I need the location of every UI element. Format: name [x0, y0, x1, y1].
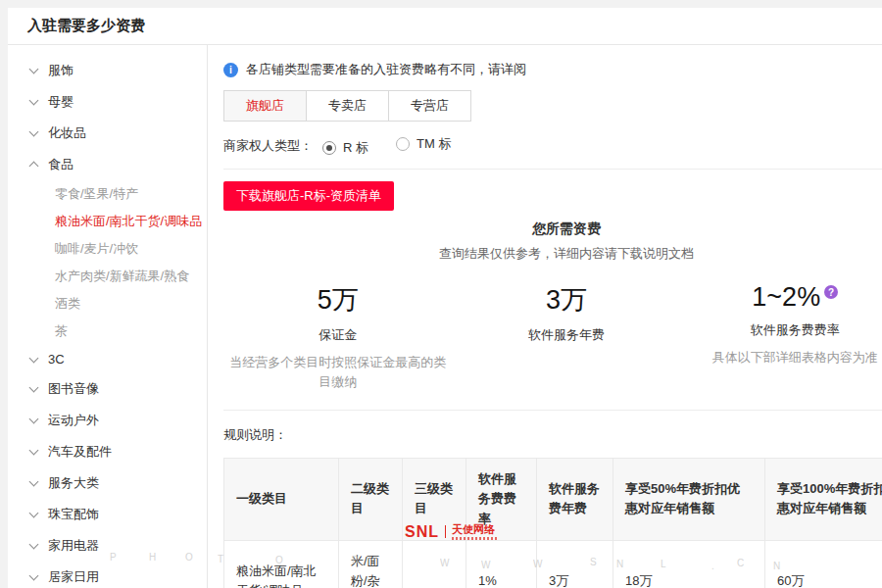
body-row: 服饰母婴化妆品食品零食/坚果/特产粮油米面/南北干货/调味品咖啡/麦片/冲饮水产… — [8, 45, 882, 588]
store-type-tabs: 旗舰店专卖店专营店 — [223, 90, 471, 122]
radio-icon — [322, 141, 336, 155]
watermark-letter: H — [149, 552, 156, 563]
radio-label: R 标 — [343, 139, 368, 157]
fee-value: 1~2% — [752, 282, 820, 313]
watermark-logo: SNL 天使网络 — [405, 524, 497, 540]
sidebar-item-服务大类[interactable]: 服务大类 — [8, 467, 207, 499]
chevron-down-icon — [29, 66, 39, 75]
divider — [223, 410, 882, 411]
watermark-logo-text: SNL — [405, 524, 439, 540]
sidebar-item-label: 化妆品 — [48, 124, 86, 142]
chevron-down-icon — [29, 572, 39, 582]
watermark-divider — [445, 525, 446, 538]
owner-type-row: 商家权人类型： R 标TM 标 — [223, 135, 882, 157]
sidebar-item-label: 家用电器 — [48, 537, 99, 555]
sidebar-item-珠宝配饰[interactable]: 珠宝配饰 — [8, 499, 207, 530]
fee-note: 当经营多个类目时按照保证金最高的类目缴纳 — [223, 353, 452, 392]
radio-icon — [396, 137, 410, 151]
notice-banner: i 各店铺类型需要准备的入驻资费略有不同，请详阅 — [223, 61, 882, 78]
owner-type-options: R 标TM 标 — [322, 135, 478, 157]
download-qualification-button[interactable]: 下载旗舰店-R标-资质清单 — [223, 181, 394, 211]
table-header-cell: 一级类目 — [224, 459, 339, 540]
radio-TM 标[interactable]: TM 标 — [396, 135, 451, 153]
tab-旗舰店[interactable]: 旗舰店 — [224, 91, 306, 121]
watermark-letter: P — [110, 552, 117, 563]
fee-item-软件服务年费: 3万软件服务年费 — [452, 282, 680, 392]
chevron-down-icon — [29, 447, 39, 457]
watermark-name: 天使网络 — [452, 524, 497, 535]
sidebar-item-label: 母婴 — [48, 93, 74, 111]
sidebar-item-母婴[interactable]: 母婴 — [8, 86, 207, 118]
sidebar-subitem-水产肉类/新鲜蔬果/熟食[interactable]: 水产肉类/新鲜蔬果/熟食 — [8, 263, 207, 290]
sidebar-subitem-茶[interactable]: 茶 — [8, 318, 207, 345]
chevron-down-icon — [29, 355, 39, 365]
table-cell: 3万 — [537, 540, 613, 588]
chevron-down-icon — [29, 97, 39, 107]
chevron-down-icon — [29, 416, 39, 425]
fee-value-row: 3万 — [452, 282, 680, 318]
sidebar-item-服饰[interactable]: 服饰 — [8, 55, 207, 86]
radio-R 标[interactable]: R 标 — [322, 139, 368, 157]
watermark-letter: . — [711, 561, 714, 571]
help-icon[interactable]: ? — [824, 285, 838, 299]
sidebar-item-运动户外[interactable]: 运动户外 — [8, 405, 207, 436]
sidebar-item-汽车及配件[interactable]: 汽车及配件 — [8, 436, 207, 467]
info-icon: i — [223, 63, 238, 77]
sidebar-subitem-酒类[interactable]: 酒类 — [8, 290, 207, 318]
fee-value: 5万 — [318, 282, 359, 318]
sidebar-item-label: 图书音像 — [48, 380, 99, 398]
notice-text: 各店铺类型需要准备的入驻资费略有不同，请详阅 — [246, 61, 526, 78]
table-cell: 米/面粉/杂粮 — [339, 540, 403, 588]
watermark-letter: C — [737, 558, 744, 568]
watermark-subline — [452, 537, 497, 540]
chevron-down-icon — [29, 128, 39, 138]
fee-label: 保证金 — [223, 326, 452, 344]
sidebar-item-图书音像[interactable]: 图书音像 — [8, 373, 207, 405]
sidebar-subitem-零食/坚果/特产[interactable]: 零食/坚果/特产 — [8, 180, 207, 208]
sidebar-item-label: 运动户外 — [48, 412, 99, 429]
fee-value: 3万 — [546, 282, 587, 318]
sidebar-item-居家日用[interactable]: 居家日用 — [8, 562, 207, 588]
table-cell: 60万 — [765, 540, 882, 588]
page-title: 入驻需要多少资费 — [8, 8, 882, 45]
chevron-up-icon — [29, 160, 39, 170]
sidebar-item-label: 珠宝配饰 — [48, 506, 99, 523]
sidebar-item-label: 居家日用 — [48, 568, 99, 586]
table-header-cell: 享受100%年费折扣优惠对应年销售额 — [765, 459, 882, 540]
watermark-letter: S — [590, 557, 597, 567]
fee-note: 具体以下部详细表格内容为准 — [681, 348, 882, 368]
table-header-cell: 软件服务费年费 — [537, 459, 613, 540]
fees-row: 5万保证金当经营多个类目时按照保证金最高的类目缴纳3万软件服务年费1~2%?软件… — [223, 282, 882, 392]
sidebar-item-label: 食品 — [48, 156, 74, 173]
watermark-letter: W — [440, 558, 449, 568]
sidebar-subitem-咖啡/麦片/冲饮[interactable]: 咖啡/麦片/冲饮 — [8, 235, 207, 263]
table-body: 粮油米面/南北干货/调味品米/面粉/杂粮1%3万18万60万食用油/调味油蚝油2… — [224, 540, 882, 588]
watermark-letter: B — [352, 555, 359, 565]
watermark-letter: L — [661, 559, 666, 569]
sidebar-item-化妆品[interactable]: 化妆品 — [8, 118, 207, 149]
fees-header: 您所需资费 查询结果仅供参考，详细内容请下载说明文档 — [223, 220, 882, 263]
table-header-cell: 享受50%年费折扣优惠对应年销售额 — [613, 459, 765, 540]
sidebar-item-食品[interactable]: 食品 — [8, 149, 207, 180]
tab-专卖店[interactable]: 专卖店 — [306, 91, 388, 121]
watermark-letter: W — [481, 560, 490, 570]
sidebar-item-3C[interactable]: 3C — [8, 345, 207, 373]
sidebar-item-家用电器[interactable]: 家用电器 — [8, 530, 207, 562]
fees-subtitle: 查询结果仅供参考，详细内容请下载说明文档 — [223, 245, 882, 263]
watermark-name-block: 天使网络 — [452, 524, 497, 540]
sidebar-item-label: 汽车及配件 — [48, 443, 112, 461]
chevron-down-icon — [29, 478, 39, 488]
sidebar-item-label: 服饰 — [48, 62, 74, 79]
table-header-row: 一级类目二级类目三级类目软件服务费费率软件服务费年费享受50%年费折扣优惠对应年… — [224, 459, 882, 540]
rules-title: 规则说明： — [223, 426, 882, 444]
chevron-down-icon — [29, 510, 39, 519]
watermark-letter: W — [533, 559, 542, 569]
table-row: 粮油米面/南北干货/调味品米/面粉/杂粮1%3万18万60万 — [224, 540, 882, 588]
sidebar-item-label: 3C — [48, 352, 65, 367]
tab-专营店[interactable]: 专营店 — [388, 91, 470, 121]
watermark-letter: N — [773, 561, 780, 571]
watermark-letter: N — [616, 559, 623, 569]
rules-table: 一级类目二级类目三级类目软件服务费费率软件服务费年费享受50%年费折扣优惠对应年… — [223, 458, 882, 588]
fees-title: 您所需资费 — [223, 220, 882, 238]
sidebar-subitem-粮油米面/南北干货/调味品[interactable]: 粮油米面/南北干货/调味品 — [8, 208, 207, 235]
